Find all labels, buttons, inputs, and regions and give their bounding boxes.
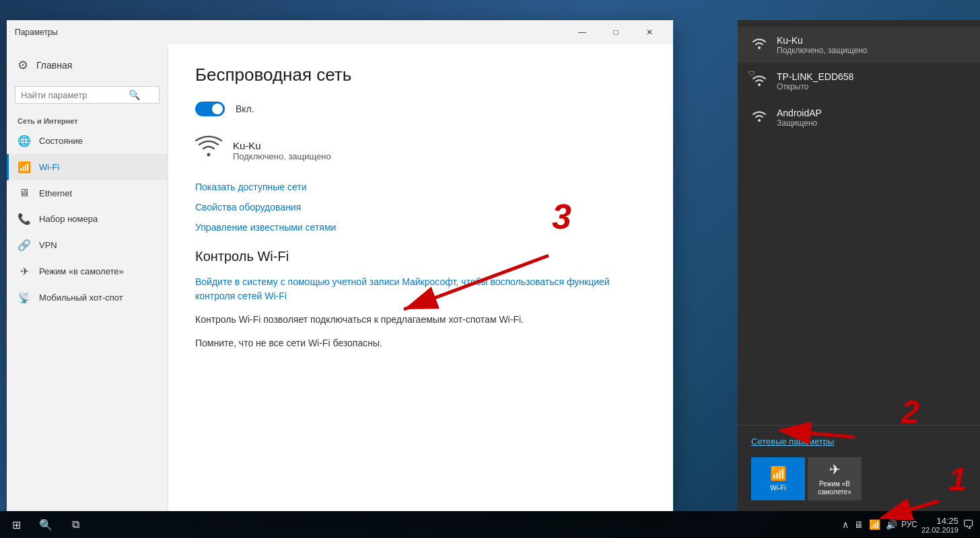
sidebar-item-vpn[interactable]: 🔗 VPN (7, 232, 168, 258)
home-icon: ⚙ (18, 58, 28, 73)
network-settings-label[interactable]: Сетевые параметры (751, 436, 967, 447)
flyout-kuku-info: Ku-Ku Подключено, защищено (777, 35, 868, 55)
flyout-tplink-icon-wrapper: 🛡 (751, 73, 767, 90)
network-flyout: Ku-Ku Подключено, защищено 🛡 TP-LINK_EDD… (738, 20, 980, 511)
search-input[interactable] (21, 90, 129, 100)
taskbar-system-icons: ∧ 🖥 📶 🔊 (842, 519, 897, 530)
desktop: Параметры — □ ✕ ⚙ Главная 🔍 Сеть и Интер… (0, 0, 980, 538)
sidebar-home-label: Главная (36, 60, 72, 71)
hotspot-icon: 📡 (18, 291, 31, 304)
search-button[interactable]: 🔍 (32, 511, 59, 538)
vpn-icon: 🔗 (18, 239, 31, 252)
flyout-tiles: 📶 Wi-Fi ✈ Режим «В самолете» (751, 457, 967, 500)
sidebar-item-vpn-label: VPN (39, 240, 57, 250)
sidebar-item-dialup-label: Набор номера (39, 214, 98, 224)
sidebar-item-status-label: Состояние (39, 136, 83, 146)
wifi-control-title: Контроль Wi-Fi (195, 249, 646, 264)
sidebar-item-ethernet-label: Ethernet (39, 188, 72, 198)
network-tray-icon[interactable]: 🖥 (854, 519, 864, 530)
flyout-tplink-name: TP-LINK_EDD658 (777, 71, 853, 82)
maximize-button[interactable]: □ (600, 26, 631, 39)
svg-point-4 (758, 46, 761, 49)
wifi-control-body-2: Помните, что не все сети Wi-Fi безопасны… (195, 336, 646, 350)
sidebar-item-status[interactable]: 🌐 Состояние (7, 128, 168, 154)
flyout-network-androidap[interactable]: AndroidAP Защищено (738, 100, 980, 136)
airplane-tile[interactable]: ✈ Режим «В самолете» (808, 457, 862, 500)
svg-point-0 (207, 153, 211, 157)
page-title: Беспроводная сеть (195, 65, 646, 85)
wifi-toggle[interactable] (195, 102, 225, 116)
flyout-androidap-status: Защищено (777, 118, 822, 128)
sidebar-item-hotspot[interactable]: 📡 Мобильный хот-спот (7, 284, 168, 311)
wifi-toggle-row: Вкл. (195, 102, 646, 116)
taskbar: ⊞ 🔍 ⧉ ∧ 🖥 📶 🔊 РУС 14:25 22.02.2019 🗨 (0, 511, 980, 538)
title-bar: Параметры — □ ✕ (7, 20, 673, 44)
flyout-wifi-icon-androidap (751, 108, 767, 127)
clock-date: 22.02.2019 (921, 526, 958, 534)
window-title: Параметры (15, 28, 58, 37)
flyout-tplink-status: Открыто (777, 82, 853, 91)
airplane-tile-label: Режим «В самолете» (808, 480, 862, 496)
language-indicator[interactable]: РУС (901, 520, 917, 529)
task-view-button[interactable]: ⧉ (62, 511, 89, 538)
sidebar-item-airplane-label: Режим «в самолете» (39, 266, 124, 276)
sidebar-item-wifi[interactable]: 📶 Wi-Fi (7, 154, 168, 180)
wifi-nav-icon: 📶 (18, 161, 31, 174)
sidebar-section-label: Сеть и Интернет (7, 109, 168, 128)
notification-icon[interactable]: 🗨 (963, 518, 975, 532)
wifi-signal-icon (195, 135, 222, 165)
ms-login-link[interactable]: Войдите в систему с помощью учетной запи… (195, 275, 646, 303)
sidebar-item-airplane[interactable]: ✈ Режим «в самолете» (7, 258, 168, 284)
connected-network-card: Ku-Ku Подключено, защищено (195, 135, 646, 165)
flyout-androidap-info: AndroidAP Защищено (777, 108, 822, 128)
wifi-tile-label: Wi-Fi (770, 484, 785, 492)
airplane-icon: ✈ (18, 265, 31, 278)
minimize-button[interactable]: — (567, 26, 598, 39)
show-networks-link[interactable]: Показать доступные сети (195, 182, 646, 192)
status-icon: 🌐 (18, 134, 31, 147)
flyout-network-tplink[interactable]: 🛡 TP-LINK_EDD658 Открыто (738, 63, 980, 100)
wifi-tile-icon: 📶 (770, 465, 787, 482)
clock-time: 14:25 (921, 516, 958, 526)
sidebar-item-hotspot-label: Мобильный хот-спот (39, 293, 123, 303)
svg-point-6 (758, 119, 761, 122)
flyout-tplink-info: TP-LINK_EDD658 Открыто (777, 71, 853, 91)
adapter-props-link[interactable]: Свойства оборудования (195, 202, 646, 213)
wifi-control-body-1: Контроль Wi-Fi позволяет подключаться к … (195, 313, 646, 327)
volume-tray-icon[interactable]: 🔊 (886, 519, 897, 530)
manage-networks-link[interactable]: Управление известными сетями (195, 222, 646, 233)
window-controls: — □ ✕ (567, 26, 665, 39)
airplane-tile-icon: ✈ (829, 461, 841, 477)
wifi-tray-icon[interactable]: 📶 (869, 519, 880, 530)
connected-network-info: Ku-Ku Подключено, защищено (233, 140, 331, 161)
flyout-wifi-icon-kuku (751, 36, 767, 54)
search-box: 🔍 (15, 86, 160, 104)
flyout-network-kuku[interactable]: Ku-Ku Подключено, защищено (738, 27, 980, 63)
sidebar: ⚙ Главная 🔍 Сеть и Интернет 🌐 Состояние … (7, 44, 168, 511)
flyout-networks-list: Ku-Ku Подключено, защищено 🛡 TP-LINK_EDD… (738, 20, 980, 425)
close-button[interactable]: ✕ (634, 26, 665, 39)
network-status: Подключено, защищено (233, 151, 331, 161)
flyout-kuku-name: Ku-Ku (777, 35, 868, 46)
svg-point-5 (758, 83, 761, 86)
sidebar-item-ethernet[interactable]: 🖥 Ethernet (7, 180, 168, 206)
flyout-kuku-status: Подключено, защищено (777, 46, 868, 55)
ethernet-icon: 🖥 (18, 187, 31, 199)
sidebar-item-dialup[interactable]: 📞 Набор номера (7, 206, 168, 232)
taskbar-time[interactable]: 14:25 22.02.2019 (921, 516, 958, 534)
taskbar-right: ∧ 🖥 📶 🔊 РУС 14:25 22.02.2019 🗨 (842, 516, 980, 534)
network-name: Ku-Ku (233, 140, 331, 151)
dialup-icon: 📞 (18, 213, 31, 225)
main-content: Беспроводная сеть Вкл. (168, 44, 673, 511)
flyout-androidap-name: AndroidAP (777, 108, 822, 118)
sidebar-home[interactable]: ⚙ Главная (7, 50, 168, 81)
settings-body: ⚙ Главная 🔍 Сеть и Интернет 🌐 Состояние … (7, 44, 673, 511)
start-button[interactable]: ⊞ (3, 511, 30, 538)
toggle-label: Вкл. (236, 104, 254, 114)
taskbar-left: ⊞ 🔍 ⧉ (0, 511, 89, 538)
wifi-tile[interactable]: 📶 Wi-Fi (751, 457, 805, 500)
shield-overlay-icon: 🛡 (748, 70, 755, 77)
flyout-bottom: Сетевые параметры 📶 Wi-Fi ✈ Режим «В сам… (738, 425, 980, 511)
chevron-up-icon[interactable]: ∧ (842, 519, 849, 530)
settings-window: Параметры — □ ✕ ⚙ Главная 🔍 Сеть и Интер… (7, 20, 673, 511)
